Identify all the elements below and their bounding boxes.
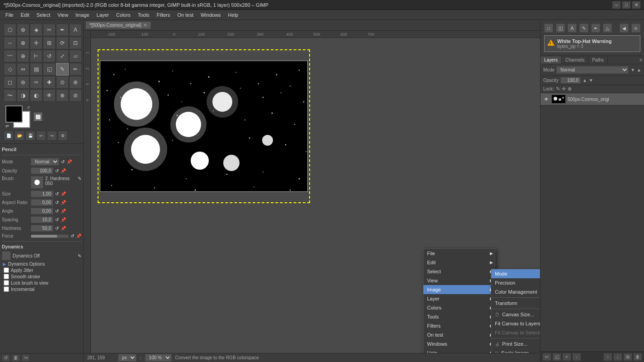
tool-rotate[interactable]: ↺: [43, 50, 56, 62]
menu-layer[interactable]: Layer: [93, 11, 113, 19]
layer-mode-expand-icon[interactable]: ▼: [630, 67, 635, 72]
tool-airbrush[interactable]: ⊚: [17, 76, 29, 89]
ctx-image[interactable]: Image ▶: [423, 285, 495, 294]
tool-eraser[interactable]: ◻: [4, 76, 16, 89]
tool-huesat[interactable]: ⊘: [69, 89, 82, 102]
image-canvas[interactable]: [100, 61, 308, 192]
tool-smudge[interactable]: 〜: [4, 89, 16, 102]
aspect-input[interactable]: [31, 199, 53, 206]
tool-handles[interactable]: ⊕: [17, 50, 29, 62]
ctx-color-mgmt[interactable]: Color Management ▶: [491, 287, 540, 296]
tool-redeye[interactable]: 👁: [43, 89, 56, 102]
opacity-reset-icon[interactable]: ↺: [55, 168, 59, 173]
reset-colors-icon[interactable]: ↺: [27, 105, 30, 110]
layer-move-up-btn[interactable]: ↑: [603, 353, 612, 361]
menu-edit[interactable]: Edit: [17, 11, 33, 19]
menu-windows[interactable]: Windows: [197, 11, 225, 19]
lock-position-icon[interactable]: ✛: [562, 86, 566, 92]
angle-input[interactable]: [31, 208, 53, 214]
canvas-viewport[interactable]: File ▶ Edit ▶ Select ▶ View: [91, 38, 540, 353]
tool-warp[interactable]: 〰: [4, 50, 16, 62]
incremental-checkbox[interactable]: [4, 286, 9, 292]
angle-reset-icon[interactable]: ↺: [55, 209, 59, 214]
size-reset-icon[interactable]: ↺: [55, 191, 59, 196]
menu-view[interactable]: View: [54, 11, 72, 19]
panel-icon-5[interactable]: ✒: [591, 24, 600, 33]
tool-blend[interactable]: ◱: [43, 63, 56, 76]
layer-mode-scroll-icon[interactable]: ▲: [637, 67, 641, 72]
panel-tab-menu-btn[interactable]: ≡: [638, 56, 644, 64]
tool-clone[interactable]: ⊙: [56, 76, 69, 89]
ctx-mode[interactable]: Mode ▶: [491, 269, 540, 278]
dynamics-edit-icon[interactable]: ✎: [78, 253, 81, 258]
size-save-icon[interactable]: 📌: [61, 191, 66, 196]
mode-dropdown[interactable]: Normal: [31, 158, 59, 166]
ctx-ontest[interactable]: On test ▶: [423, 330, 495, 339]
layer-anchor-btn[interactable]: ⊞: [623, 353, 632, 361]
tool-cage[interactable]: ⊡: [69, 37, 82, 49]
tool-color-rotate[interactable]: ⊗: [56, 89, 69, 102]
layer-add-btn[interactable]: +: [562, 353, 571, 361]
ctx-precision[interactable]: Precision ▶: [491, 278, 540, 287]
tool-fuzzy-select[interactable]: ⊛: [17, 24, 29, 36]
tool-pencil[interactable]: ✎: [56, 63, 69, 76]
fg-bg-colors[interactable]: ↺ ⇄: [5, 105, 30, 128]
tool-flip[interactable]: ⇔: [17, 63, 29, 76]
layer-delete-btn[interactable]: -: [572, 353, 581, 361]
menu-file[interactable]: File: [2, 11, 17, 19]
ctx-file[interactable]: File ▶: [423, 249, 495, 258]
toolbox-reset-btn[interactable]: ↺: [2, 354, 10, 362]
layer-opacity-input[interactable]: [560, 77, 581, 84]
tool-measure[interactable]: ↔: [4, 37, 16, 49]
maximize-button[interactable]: □: [622, 1, 630, 9]
size-input[interactable]: [31, 191, 53, 197]
ctx-colors[interactable]: Colors ▶: [423, 303, 495, 312]
lock-pixels-icon[interactable]: ✎: [556, 86, 560, 92]
tool-ink[interactable]: ✑: [30, 76, 42, 89]
brush-preview[interactable]: [31, 176, 43, 189]
layer-mode-dropdown[interactable]: Normal: [556, 66, 629, 74]
layer-opacity-up[interactable]: ▲: [583, 78, 587, 83]
opacity-save-icon[interactable]: 📌: [61, 168, 66, 173]
new-image-icon[interactable]: 📄: [4, 131, 14, 141]
canvas-tab-close-icon[interactable]: ✕: [143, 23, 147, 28]
tool-shear[interactable]: ▱: [69, 50, 82, 62]
tool-desat[interactable]: ◐: [30, 89, 42, 102]
aspect-save-icon[interactable]: 📌: [61, 200, 66, 205]
brush-edit-icon[interactable]: ✎: [78, 176, 81, 181]
panel-icon-2[interactable]: ◫: [556, 24, 565, 33]
tool-text[interactable]: A: [69, 24, 82, 36]
tool-crop[interactable]: ⊢: [30, 50, 42, 62]
ctx-tools[interactable]: Tools ▶: [423, 312, 495, 321]
tool-move[interactable]: ✛: [30, 37, 42, 49]
foreground-color[interactable]: [5, 105, 23, 123]
mode-reset-icon[interactable]: ↺: [61, 159, 65, 164]
zoom-selector[interactable]: 100 %: [145, 354, 172, 362]
layer-opacity-down[interactable]: ▼: [589, 78, 593, 83]
tool-scale[interactable]: ⤢: [56, 50, 69, 62]
menu-ontest[interactable]: On test: [174, 11, 197, 19]
tool-scissors[interactable]: ✂: [43, 24, 56, 36]
tool-brush[interactable]: ✏: [69, 63, 82, 76]
force-reset-icon[interactable]: ↺: [71, 233, 74, 238]
lock-alpha-icon[interactable]: ⊕: [568, 86, 572, 92]
ctx-filters[interactable]: Filters ▶: [423, 321, 495, 330]
close-button[interactable]: ✕: [632, 1, 640, 9]
hardness-input[interactable]: [31, 225, 53, 232]
tool-healing[interactable]: ✚: [43, 76, 56, 89]
toolbox-refresh-btn[interactable]: ↪: [22, 354, 30, 362]
unit-selector[interactable]: px: [118, 354, 136, 362]
force-save-icon[interactable]: 📌: [76, 233, 81, 238]
ctx-layer[interactable]: Layer ▶: [423, 294, 495, 303]
hardness-reset-icon[interactable]: ↺: [55, 226, 59, 231]
ctx-fit-layers[interactable]: Fit Canvas to Layers: [491, 319, 540, 328]
layer-duplicate-btn[interactable]: ◱: [552, 353, 561, 361]
undo-icon[interactable]: ↩: [36, 131, 46, 141]
angle-save-icon[interactable]: 📌: [61, 209, 66, 214]
mode-save-icon[interactable]: 📌: [66, 159, 72, 164]
ctx-select[interactable]: Select ▶: [423, 267, 495, 276]
ctx-windows[interactable]: Windows ▶: [423, 339, 495, 348]
tool-zoom[interactable]: ⊕: [17, 37, 29, 49]
layer-visibility-icon[interactable]: 👁: [543, 96, 550, 102]
menu-select[interactable]: Select: [33, 11, 54, 19]
